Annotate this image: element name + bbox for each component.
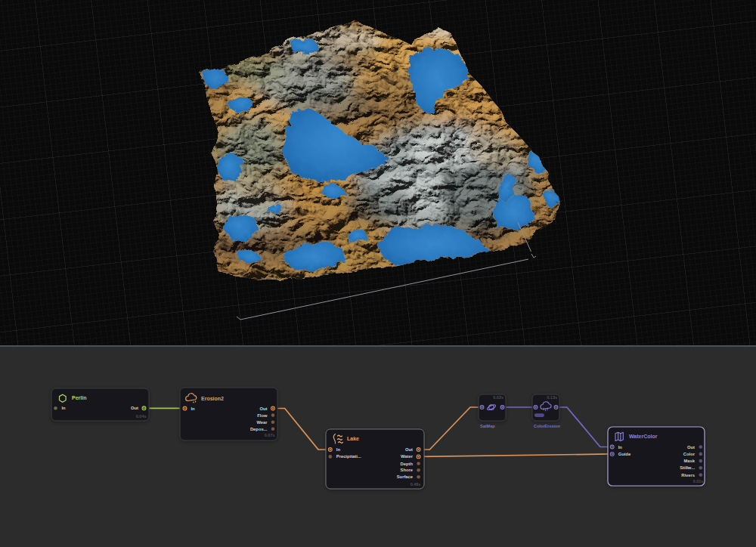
svg-text:In: In <box>618 445 623 450</box>
svg-text:In: In <box>62 406 67 410</box>
svg-text:Erosion2: Erosion2 <box>201 396 224 401</box>
svg-text:Out: Out <box>131 406 138 410</box>
svg-text:WaterColor: WaterColor <box>629 434 658 439</box>
svg-text:0.02s: 0.02s <box>493 395 503 400</box>
svg-text:0.48s: 0.48s <box>411 482 421 487</box>
svg-text:Surface: Surface <box>397 474 414 479</box>
svg-text:Flow: Flow <box>257 413 268 418</box>
svg-text:Out: Out <box>260 406 268 411</box>
svg-text:Wear: Wear <box>256 420 268 425</box>
svg-text:In: In <box>336 447 341 452</box>
svg-text:Precipitati...: Precipitati... <box>336 454 361 459</box>
svg-text:Rivers: Rivers <box>681 473 695 477</box>
svg-text:0.01s: 0.01s <box>693 479 704 484</box>
svg-text:0.04s: 0.04s <box>136 414 147 419</box>
svg-text:In: In <box>191 406 196 411</box>
svg-text:Guide: Guide <box>618 452 631 456</box>
svg-text:Depth: Depth <box>401 462 414 466</box>
svg-text:Lake: Lake <box>347 436 359 441</box>
svg-text:Out: Out <box>405 447 413 452</box>
svg-text:Out: Out <box>687 445 695 450</box>
svg-text:SatMap: SatMap <box>480 424 495 428</box>
svg-text:0.07s: 0.07s <box>265 433 275 437</box>
svg-text:Depos...: Depos... <box>250 427 268 431</box>
svg-text:Color: Color <box>683 452 696 456</box>
svg-text:Perlin: Perlin <box>72 395 86 400</box>
svg-text:ColorErosion: ColorErosion <box>534 424 560 428</box>
svg-text:Shore: Shore <box>401 468 414 472</box>
svg-text:Water: Water <box>401 454 414 459</box>
svg-text:Mask: Mask <box>683 459 695 463</box>
svg-text:0.13s: 0.13s <box>547 395 557 400</box>
svg-text:Stillw...: Stillw... <box>680 465 695 470</box>
